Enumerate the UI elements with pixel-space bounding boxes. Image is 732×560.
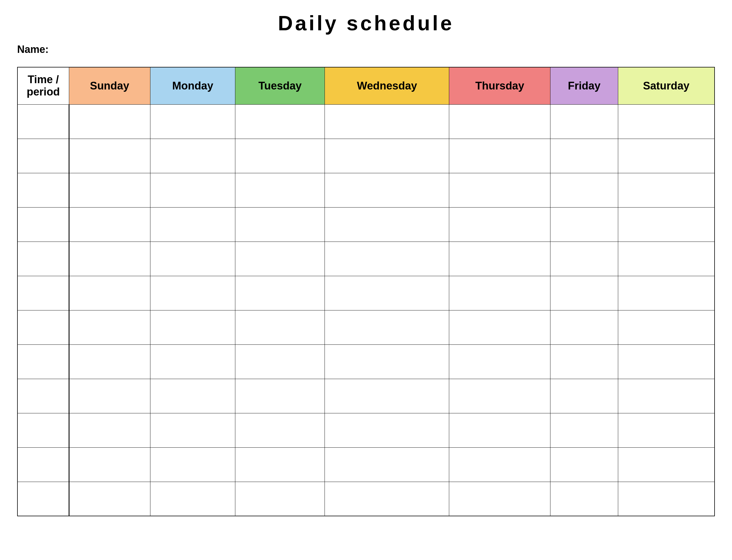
cell-wednesday[interactable]: [325, 310, 449, 344]
cell-monday[interactable]: [150, 104, 235, 139]
cell-sunday[interactable]: [69, 276, 150, 310]
table-row: [17, 173, 715, 207]
cell-sunday[interactable]: [69, 482, 150, 516]
cell-thursday[interactable]: [449, 413, 550, 447]
cell-sunday[interactable]: [69, 344, 150, 379]
time-cell[interactable]: [17, 310, 69, 344]
cell-thursday[interactable]: [449, 379, 550, 413]
cell-tuesday[interactable]: [235, 242, 325, 276]
cell-wednesday[interactable]: [325, 413, 449, 447]
cell-sunday[interactable]: [69, 379, 150, 413]
cell-monday[interactable]: [150, 139, 235, 173]
table-row: [17, 242, 715, 276]
cell-thursday[interactable]: [449, 104, 550, 139]
cell-saturday[interactable]: [618, 207, 715, 242]
table-row: [17, 413, 715, 447]
time-cell[interactable]: [17, 173, 69, 207]
cell-wednesday[interactable]: [325, 242, 449, 276]
cell-monday[interactable]: [150, 344, 235, 379]
cell-monday[interactable]: [150, 242, 235, 276]
cell-thursday[interactable]: [449, 310, 550, 344]
cell-friday[interactable]: [550, 447, 618, 482]
cell-thursday[interactable]: [449, 173, 550, 207]
cell-wednesday[interactable]: [325, 276, 449, 310]
cell-saturday[interactable]: [618, 276, 715, 310]
cell-friday[interactable]: [550, 344, 618, 379]
cell-friday[interactable]: [550, 310, 618, 344]
time-cell[interactable]: [17, 104, 69, 139]
cell-sunday[interactable]: [69, 104, 150, 139]
cell-saturday[interactable]: [618, 482, 715, 516]
cell-friday[interactable]: [550, 139, 618, 173]
cell-tuesday[interactable]: [235, 379, 325, 413]
cell-monday[interactable]: [150, 310, 235, 344]
cell-tuesday[interactable]: [235, 344, 325, 379]
cell-sunday[interactable]: [69, 139, 150, 173]
cell-tuesday[interactable]: [235, 482, 325, 516]
cell-friday[interactable]: [550, 413, 618, 447]
time-cell[interactable]: [17, 344, 69, 379]
cell-sunday[interactable]: [69, 413, 150, 447]
cell-friday[interactable]: [550, 482, 618, 516]
cell-thursday[interactable]: [449, 207, 550, 242]
cell-wednesday[interactable]: [325, 344, 449, 379]
cell-tuesday[interactable]: [235, 447, 325, 482]
cell-tuesday[interactable]: [235, 310, 325, 344]
time-cell[interactable]: [17, 379, 69, 413]
cell-monday[interactable]: [150, 379, 235, 413]
cell-thursday[interactable]: [449, 447, 550, 482]
cell-sunday[interactable]: [69, 310, 150, 344]
time-cell[interactable]: [17, 482, 69, 516]
cell-monday[interactable]: [150, 276, 235, 310]
cell-tuesday[interactable]: [235, 413, 325, 447]
cell-wednesday[interactable]: [325, 379, 449, 413]
time-cell[interactable]: [17, 447, 69, 482]
cell-tuesday[interactable]: [235, 207, 325, 242]
cell-wednesday[interactable]: [325, 207, 449, 242]
cell-monday[interactable]: [150, 207, 235, 242]
cell-friday[interactable]: [550, 276, 618, 310]
cell-monday[interactable]: [150, 413, 235, 447]
cell-thursday[interactable]: [449, 139, 550, 173]
cell-friday[interactable]: [550, 379, 618, 413]
cell-saturday[interactable]: [618, 173, 715, 207]
cell-saturday[interactable]: [618, 310, 715, 344]
cell-tuesday[interactable]: [235, 276, 325, 310]
cell-saturday[interactable]: [618, 242, 715, 276]
cell-wednesday[interactable]: [325, 482, 449, 516]
cell-thursday[interactable]: [449, 276, 550, 310]
cell-wednesday[interactable]: [325, 139, 449, 173]
cell-saturday[interactable]: [618, 344, 715, 379]
cell-monday[interactable]: [150, 173, 235, 207]
cell-saturday[interactable]: [618, 413, 715, 447]
cell-monday[interactable]: [150, 447, 235, 482]
cell-tuesday[interactable]: [235, 104, 325, 139]
cell-friday[interactable]: [550, 173, 618, 207]
cell-saturday[interactable]: [618, 139, 715, 173]
time-cell[interactable]: [17, 413, 69, 447]
time-cell[interactable]: [17, 139, 69, 173]
cell-wednesday[interactable]: [325, 104, 449, 139]
cell-saturday[interactable]: [618, 379, 715, 413]
header-saturday: Saturday: [618, 67, 715, 104]
time-cell[interactable]: [17, 207, 69, 242]
cell-thursday[interactable]: [449, 242, 550, 276]
cell-sunday[interactable]: [69, 173, 150, 207]
cell-friday[interactable]: [550, 207, 618, 242]
cell-monday[interactable]: [150, 482, 235, 516]
cell-thursday[interactable]: [449, 482, 550, 516]
cell-saturday[interactable]: [618, 447, 715, 482]
cell-saturday[interactable]: [618, 104, 715, 139]
cell-wednesday[interactable]: [325, 173, 449, 207]
time-cell[interactable]: [17, 276, 69, 310]
cell-wednesday[interactable]: [325, 447, 449, 482]
cell-thursday[interactable]: [449, 344, 550, 379]
time-cell[interactable]: [17, 242, 69, 276]
cell-sunday[interactable]: [69, 447, 150, 482]
cell-tuesday[interactable]: [235, 139, 325, 173]
cell-sunday[interactable]: [69, 242, 150, 276]
cell-sunday[interactable]: [69, 207, 150, 242]
cell-tuesday[interactable]: [235, 173, 325, 207]
cell-friday[interactable]: [550, 242, 618, 276]
cell-friday[interactable]: [550, 104, 618, 139]
